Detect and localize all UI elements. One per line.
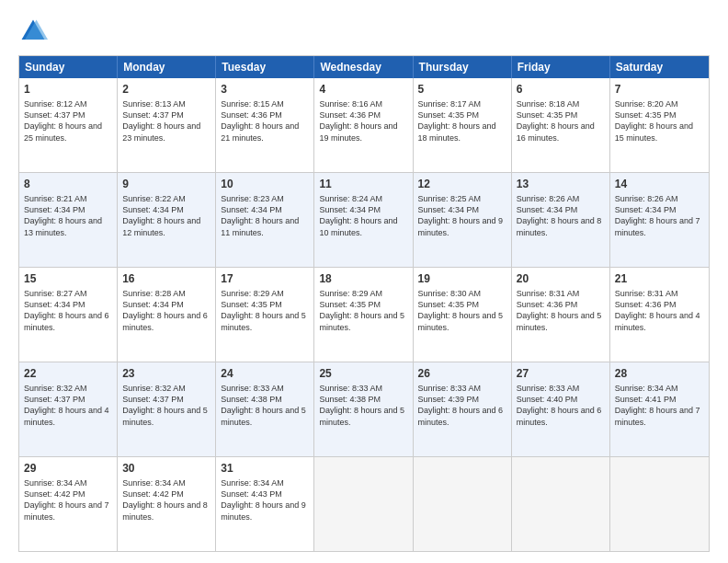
daylight-label: Daylight: 8 hours and 19 minutes.: [319, 121, 397, 142]
calendar-row-3: 15Sunrise: 8:27 AMSunset: 4:34 PMDayligh…: [19, 267, 709, 362]
sunrise-label: Sunrise: 8:32 AM: [24, 384, 87, 393]
sunrise-label: Sunrise: 8:16 AM: [319, 99, 382, 109]
daylight-label: Daylight: 8 hours and 6 minutes.: [122, 311, 208, 331]
sunrise-label: Sunrise: 8:31 AM: [615, 289, 678, 298]
day-number: 25: [319, 366, 407, 381]
day-cell-17: 17Sunrise: 8:29 AMSunset: 4:35 PMDayligh…: [216, 268, 314, 362]
day-cell-21: 21Sunrise: 8:31 AMSunset: 4:36 PMDayligh…: [610, 268, 709, 362]
logo-icon: [18, 17, 48, 46]
header-day-tuesday: Tuesday: [216, 56, 314, 78]
daylight-label: Daylight: 8 hours and 5 minutes.: [517, 311, 602, 331]
day-cell-16: 16Sunrise: 8:28 AMSunset: 4:34 PMDayligh…: [118, 268, 216, 362]
sunset-label: Sunset: 4:40 PM: [517, 395, 578, 404]
day-number: 4: [319, 82, 407, 97]
daylight-label: Daylight: 8 hours and 7 minutes.: [615, 216, 700, 236]
day-cell-12: 12Sunrise: 8:25 AMSunset: 4:34 PMDayligh…: [414, 173, 512, 267]
daylight-label: Daylight: 8 hours and 21 minutes.: [221, 121, 299, 142]
daylight-label: Daylight: 8 hours and 4 minutes.: [615, 311, 700, 331]
sunrise-label: Sunrise: 8:26 AM: [615, 194, 678, 203]
header-day-friday: Friday: [512, 56, 610, 78]
sunset-label: Sunset: 4:34 PM: [221, 205, 282, 214]
day-cell-30: 30Sunrise: 8:34 AMSunset: 4:42 PMDayligh…: [118, 457, 216, 551]
daylight-label: Daylight: 8 hours and 23 minutes.: [122, 121, 200, 142]
sunrise-label: Sunrise: 8:17 AM: [418, 99, 482, 109]
sunrise-label: Sunrise: 8:28 AM: [122, 289, 186, 298]
day-cell-9: 9Sunrise: 8:22 AMSunset: 4:34 PMDaylight…: [118, 173, 216, 267]
day-number: 20: [517, 271, 605, 286]
calendar-row-1: 1Sunrise: 8:12 AMSunset: 4:37 PMDaylight…: [19, 78, 709, 172]
day-cell-25: 25Sunrise: 8:33 AMSunset: 4:38 PMDayligh…: [314, 362, 413, 456]
sunset-label: Sunset: 4:36 PM: [615, 300, 677, 309]
daylight-label: Daylight: 8 hours and 6 minutes.: [517, 406, 602, 426]
sunrise-label: Sunrise: 8:26 AM: [517, 194, 580, 203]
sunset-label: Sunset: 4:37 PM: [24, 395, 85, 404]
calendar-header: SundayMondayTuesdayWednesdayThursdayFrid…: [19, 56, 709, 78]
sunrise-label: Sunrise: 8:34 AM: [122, 478, 186, 488]
daylight-label: Daylight: 8 hours and 7 minutes.: [615, 406, 700, 426]
sunset-label: Sunset: 4:42 PM: [24, 489, 85, 499]
daylight-label: Daylight: 8 hours and 9 minutes.: [418, 216, 504, 236]
daylight-label: Daylight: 8 hours and 6 minutes.: [24, 311, 109, 331]
day-number: 29: [24, 461, 112, 476]
empty-cell-4-6: [610, 457, 709, 551]
header-day-wednesday: Wednesday: [314, 56, 413, 78]
empty-cell-4-3: [314, 457, 413, 551]
day-cell-7: 7Sunrise: 8:20 AMSunset: 4:35 PMDaylight…: [610, 78, 709, 172]
day-number: 6: [517, 82, 605, 97]
daylight-label: Daylight: 8 hours and 5 minutes.: [221, 406, 306, 426]
header-day-thursday: Thursday: [414, 56, 512, 78]
day-number: 9: [122, 177, 210, 191]
sunset-label: Sunset: 4:34 PM: [418, 205, 480, 214]
day-cell-19: 19Sunrise: 8:30 AMSunset: 4:35 PMDayligh…: [414, 268, 512, 362]
day-number: 19: [418, 271, 506, 286]
sunset-label: Sunset: 4:35 PM: [221, 300, 282, 309]
day-number: 2: [122, 82, 210, 97]
sunset-label: Sunset: 4:35 PM: [517, 110, 578, 120]
day-number: 1: [24, 82, 112, 97]
day-number: 14: [615, 177, 704, 191]
day-number: 26: [418, 366, 506, 381]
sunset-label: Sunset: 4:34 PM: [24, 300, 85, 309]
sunrise-label: Sunrise: 8:29 AM: [319, 289, 382, 298]
sunset-label: Sunset: 4:34 PM: [24, 205, 85, 214]
empty-cell-4-4: [414, 457, 512, 551]
day-cell-4: 4Sunrise: 8:16 AMSunset: 4:36 PMDaylight…: [314, 78, 413, 172]
calendar-row-5: 29Sunrise: 8:34 AMSunset: 4:42 PMDayligh…: [19, 456, 709, 551]
sunset-label: Sunset: 4:35 PM: [615, 110, 677, 120]
sunset-label: Sunset: 4:37 PM: [24, 110, 85, 120]
sunrise-label: Sunrise: 8:34 AM: [615, 384, 678, 393]
day-number: 30: [122, 461, 210, 476]
day-number: 27: [517, 366, 605, 381]
sunrise-label: Sunrise: 8:12 AM: [24, 99, 87, 109]
daylight-label: Daylight: 8 hours and 4 minutes.: [24, 406, 109, 426]
sunrise-label: Sunrise: 8:33 AM: [418, 384, 482, 393]
daylight-label: Daylight: 8 hours and 11 minutes.: [221, 216, 299, 236]
sunrise-label: Sunrise: 8:30 AM: [418, 289, 482, 298]
sunrise-label: Sunrise: 8:21 AM: [24, 194, 87, 203]
daylight-label: Daylight: 8 hours and 5 minutes.: [319, 311, 404, 331]
day-cell-11: 11Sunrise: 8:24 AMSunset: 4:34 PMDayligh…: [314, 173, 413, 267]
day-cell-15: 15Sunrise: 8:27 AMSunset: 4:34 PMDayligh…: [19, 268, 118, 362]
day-number: 13: [517, 177, 605, 191]
day-number: 23: [122, 366, 210, 381]
day-number: 7: [615, 82, 704, 97]
day-cell-28: 28Sunrise: 8:34 AMSunset: 4:41 PMDayligh…: [610, 362, 709, 456]
header-day-monday: Monday: [118, 56, 216, 78]
sunset-label: Sunset: 4:42 PM: [122, 489, 184, 499]
sunrise-label: Sunrise: 8:29 AM: [221, 289, 284, 298]
day-number: 12: [418, 177, 506, 191]
sunset-label: Sunset: 4:36 PM: [517, 300, 578, 309]
day-number: 24: [221, 366, 309, 381]
day-cell-3: 3Sunrise: 8:15 AMSunset: 4:36 PMDaylight…: [216, 78, 314, 172]
sunrise-label: Sunrise: 8:13 AM: [122, 99, 186, 109]
day-number: 22: [24, 366, 112, 381]
daylight-label: Daylight: 8 hours and 9 minutes.: [221, 500, 306, 521]
sunset-label: Sunset: 4:34 PM: [122, 300, 184, 309]
sunset-label: Sunset: 4:34 PM: [615, 205, 677, 214]
sunrise-label: Sunrise: 8:33 AM: [221, 384, 284, 393]
day-cell-2: 2Sunrise: 8:13 AMSunset: 4:37 PMDaylight…: [118, 78, 216, 172]
daylight-label: Daylight: 8 hours and 6 minutes.: [418, 406, 504, 426]
sunrise-label: Sunrise: 8:31 AM: [517, 289, 580, 298]
day-number: 17: [221, 271, 309, 286]
sunrise-label: Sunrise: 8:25 AM: [418, 194, 482, 203]
